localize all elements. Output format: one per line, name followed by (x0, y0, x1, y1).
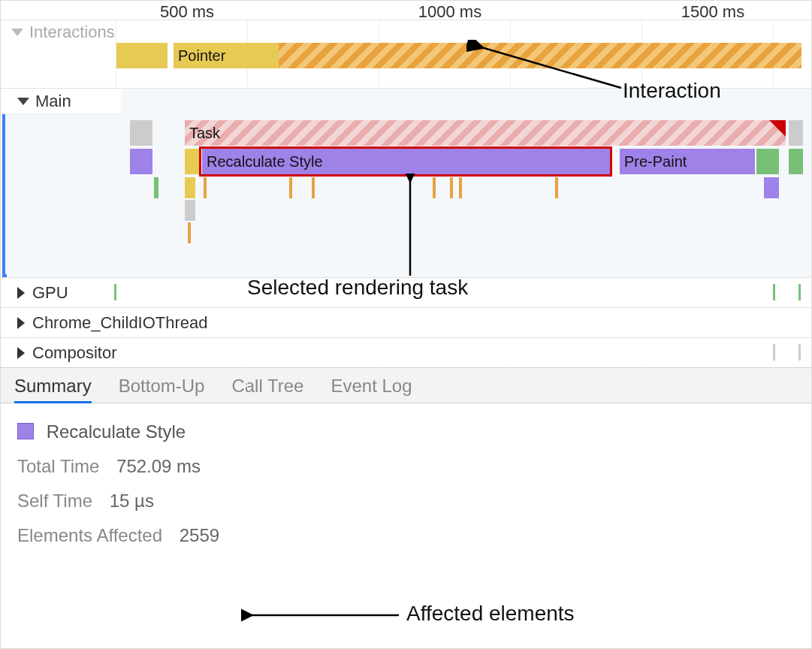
flame-bar[interactable] (764, 177, 779, 198)
pointer-bar[interactable]: Pointer (174, 43, 279, 68)
chevron-down-icon (17, 98, 29, 105)
time-ruler[interactable]: 500 ms 1000 ms 1500 ms (1, 1, 811, 20)
lane-label: GPU (32, 283, 68, 303)
pointer-long-task[interactable] (279, 43, 801, 68)
task-bar[interactable] (789, 120, 803, 146)
summary-panel: Recalculate Style Total Time 752.09 ms S… (1, 403, 811, 564)
green-bar[interactable] (756, 149, 779, 174)
bar-label: Pre-Paint (624, 153, 687, 171)
purple-bar[interactable] (130, 149, 152, 174)
bar-label: Recalculate Style (207, 153, 323, 171)
main-lane[interactable]: Main Task Recalculate Style Pre-Paint (1, 88, 811, 277)
chevron-right-icon (17, 317, 25, 329)
ruler-tick: 500 ms (160, 2, 214, 22)
summary-label: Total Time (17, 456, 99, 477)
recalculate-style-bar[interactable]: Recalculate Style (202, 149, 612, 174)
childio-lane[interactable]: Chrome_ChildIOThread (1, 307, 811, 337)
green-bar[interactable] (789, 149, 803, 174)
ruler-tick: 1500 ms (681, 2, 744, 22)
flame-bar[interactable] (185, 200, 195, 221)
summary-self: Self Time 15 µs (17, 491, 795, 512)
summary-value: 752.09 ms (116, 456, 201, 476)
bar-label: Task (189, 125, 220, 142)
color-swatch (17, 423, 34, 439)
summary-title: Recalculate Style (47, 421, 186, 442)
flame-bar[interactable] (185, 177, 195, 198)
chevron-right-icon (17, 347, 25, 359)
summary-value: 2559 (180, 525, 219, 545)
lane-label: Compositor (32, 343, 116, 363)
summary-label: Self Time (17, 491, 92, 512)
compositor-lane[interactable]: Compositor (1, 337, 811, 367)
tab-summary[interactable]: Summary (14, 376, 92, 403)
chevron-down-icon (11, 29, 23, 36)
gpu-lane[interactable]: GPU (1, 277, 811, 307)
summary-total: Total Time 752.09 ms (17, 456, 795, 477)
summary-elements: Elements Affected 2559 (17, 525, 795, 546)
details-tabs: Summary Bottom-Up Call Tree Event Log (1, 367, 811, 403)
task-bar-long[interactable]: Task (185, 120, 786, 146)
summary-title-row: Recalculate Style (17, 421, 795, 442)
lane-label: Chrome_ChildIOThread (32, 313, 208, 333)
interactions-header[interactable]: Interactions (1, 20, 118, 45)
lane-label: Interactions (29, 23, 115, 42)
interactions-lane[interactable]: Interactions Pointer (1, 20, 811, 88)
main-header[interactable]: Main (1, 89, 121, 114)
annotation-affected: Affected elements (406, 602, 575, 626)
ruler-tick: 1000 ms (418, 2, 481, 22)
pre-paint-bar[interactable]: Pre-Paint (620, 149, 755, 174)
bar-label: Pointer (178, 47, 225, 65)
tab-call-tree[interactable]: Call Tree (231, 376, 303, 397)
lane-label: Main (35, 92, 71, 111)
pointer-whisker[interactable] (116, 43, 168, 68)
flame-bar[interactable] (154, 177, 158, 198)
chevron-right-icon (17, 287, 25, 299)
task-bar[interactable] (130, 120, 152, 146)
yellow-bar[interactable] (185, 149, 200, 174)
arrow-affected (241, 605, 406, 627)
summary-label: Elements Affected (17, 525, 162, 546)
summary-value: 15 µs (110, 491, 154, 511)
tab-bottom-up[interactable]: Bottom-Up (119, 376, 205, 397)
tab-event-log[interactable]: Event Log (331, 376, 412, 397)
